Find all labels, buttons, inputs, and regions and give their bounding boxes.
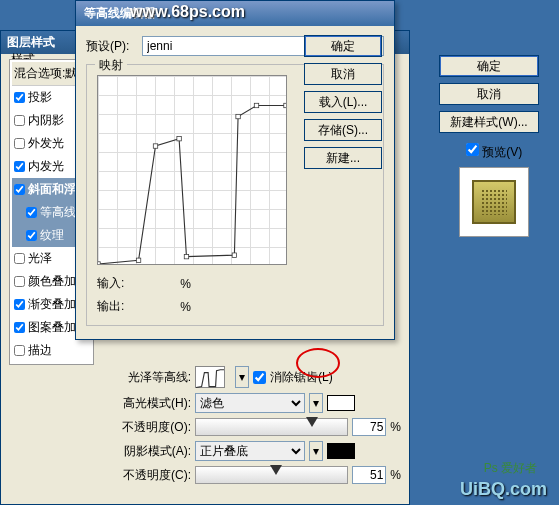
svg-rect-5 [232,253,236,257]
highlight-mode-label: 高光模式(H): [101,395,191,412]
gloss-contour-label: 光泽等高线: [101,369,191,386]
shadow-opacity-input[interactable] [352,466,386,484]
style-label: 等高线 [40,204,76,221]
cancel-button[interactable]: 取消 [439,83,539,105]
style-checkbox[interactable] [14,138,25,149]
style-checkbox[interactable] [14,299,25,310]
watermark-url: www.68ps.com [130,3,245,21]
contour-curve-grid[interactable] [97,75,287,265]
style-label: 描边 [28,342,52,359]
style-row-11[interactable]: 描边 [12,339,91,362]
style-label: 渐变叠加 [28,296,76,313]
style-label: 外发光 [28,135,64,152]
style-checkbox[interactable] [14,253,25,264]
dialog-right-buttons: 确定 取消 新建样式(W)... 预览(V) [439,55,549,243]
style-label: 内阴影 [28,112,64,129]
style-label: 纹理 [40,227,64,244]
anti-alias-checkbox[interactable] [253,371,266,384]
ce-save-button[interactable]: 存储(S)... [304,119,382,141]
style-checkbox[interactable] [14,322,25,333]
style-checkbox[interactable] [14,276,25,287]
map-group-label: 映射 [95,57,127,74]
new-style-button[interactable]: 新建样式(W)... [439,111,539,133]
style-label: 内发光 [28,158,64,175]
highlight-opacity-input[interactable] [352,418,386,436]
style-checkbox[interactable] [14,345,25,356]
percent-label-2: % [390,468,401,482]
output-percent: % [180,300,191,314]
contour-dropdown-icon[interactable]: ▾ [235,366,249,388]
shadow-mode-dropdown-icon[interactable]: ▾ [309,441,323,461]
shadow-color-swatch[interactable] [327,443,355,459]
preview-thumbnail [459,167,529,237]
preview-label: 预览(V) [466,145,522,159]
highlight-mode-select[interactable]: 滤色 [195,393,305,413]
input-label: 输入: [97,275,124,292]
style-checkbox[interactable] [14,161,25,172]
input-percent: % [180,277,191,291]
highlight-color-swatch[interactable] [327,395,355,411]
highlight-mode-dropdown-icon[interactable]: ▾ [309,393,323,413]
preset-label: 预设(P): [86,38,136,55]
svg-rect-8 [284,103,286,107]
shadow-mode-label: 阴影模式(A): [101,443,191,460]
style-checkbox[interactable] [14,92,25,103]
watermark-ps: Ps 爱好者 [484,460,537,477]
svg-rect-7 [254,103,258,107]
ce-cancel-button[interactable]: 取消 [304,63,382,85]
shadow-opacity-slider[interactable] [195,466,348,484]
contour-editor-dialog: 等高线编辑器 预设(P): ▾ 映射 输入:% 输出:% 确定 取消 载 [75,0,395,340]
gloss-contour-picker[interactable] [195,366,225,388]
ce-new-button[interactable]: 新建... [304,147,382,169]
style-checkbox[interactable] [26,207,37,218]
svg-rect-3 [177,136,181,140]
ok-button[interactable]: 确定 [439,55,539,77]
style-label: 图案叠加 [28,319,76,336]
ce-load-button[interactable]: 载入(L)... [304,91,382,113]
ce-ok-button[interactable]: 确定 [304,35,382,57]
highlight-opacity-label: 不透明度(O): [101,419,191,436]
shadow-opacity-label: 不透明度(C): [101,467,191,484]
svg-rect-1 [136,258,140,262]
svg-rect-0 [98,262,100,264]
style-checkbox[interactable] [26,230,37,241]
style-label: 光泽 [28,250,52,267]
style-label: 投影 [28,89,52,106]
style-checkbox[interactable] [14,184,25,195]
svg-rect-4 [184,254,188,258]
shadow-mode-select[interactable]: 正片叠底 [195,441,305,461]
highlight-opacity-slider[interactable] [195,418,348,436]
anti-alias-label: 消除锯齿(L) [270,369,333,386]
style-label: 颜色叠加 [28,273,76,290]
watermark-uibq: UiBQ.com [460,479,547,500]
preview-checkbox[interactable] [466,143,479,156]
output-label: 输出: [97,298,124,315]
svg-rect-6 [236,114,240,118]
percent-label: % [390,420,401,434]
style-checkbox[interactable] [14,115,25,126]
svg-rect-2 [153,144,157,148]
